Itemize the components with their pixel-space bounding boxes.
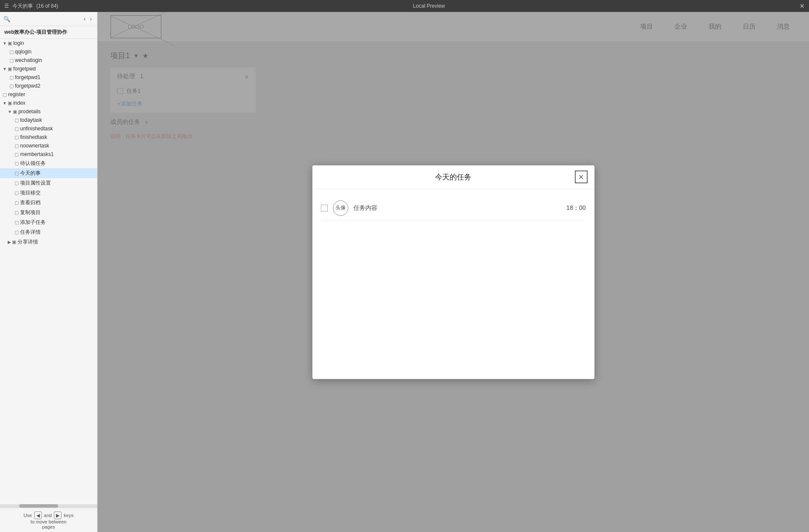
- sidebar-item-finishedtask[interactable]: ▢ finishedtask: [0, 133, 97, 141]
- page-icon: ▢: [9, 58, 14, 63]
- tree-arrow-index: ▼: [3, 101, 7, 106]
- modal-title: 今天的任务: [435, 172, 471, 182]
- sidebar-item-noownertask[interactable]: ▢ noownertask: [0, 141, 97, 150]
- folder-icon: ▣: [8, 100, 12, 106]
- folder-icon: ▣: [12, 239, 16, 245]
- sidebar-item-prodetails[interactable]: ▼ ▣ prodetails: [0, 107, 97, 116]
- modal-body: 头像 任务内容 18：00: [312, 189, 594, 379]
- sidebar-item-sharedetails[interactable]: ▶ ▣ 分享详情: [0, 237, 97, 247]
- sidebar-search-bar: 🔍 ‹ ›: [0, 12, 97, 26]
- sidebar-tree: ▼ ▣ login ▢ qqlogin ▢ wechatlogin ▼ ▣ fo…: [0, 39, 97, 504]
- sidebar-item-membertasks1[interactable]: ▢ membertasks1: [0, 150, 97, 159]
- local-preview-label: Local Preview: [413, 3, 445, 9]
- hint-move-label: to move between: [4, 519, 93, 524]
- sidebar-scrollbar[interactable]: [0, 504, 97, 508]
- tree-label: forgetpwd: [13, 66, 36, 72]
- main-layout: 🔍 ‹ › web效率办公-项目管理协作 ▼ ▣ login ▢ qqlogin…: [0, 12, 809, 532]
- tree-label: 待认领任务: [20, 160, 46, 167]
- hint-use-label: Use: [24, 513, 32, 518]
- nav-prev-button[interactable]: ‹: [82, 15, 88, 23]
- sidebar-item-register[interactable]: ▢ register: [0, 90, 97, 99]
- page-info: (16 of 84): [36, 3, 58, 9]
- page-icon: ▢: [9, 49, 14, 55]
- modal-overlay[interactable]: 今天的任务 ✕ 头像 任务内容 18：00: [97, 12, 809, 532]
- left-key-hint: ◀: [34, 511, 42, 519]
- modal-task-row: 头像 任务内容 18：00: [321, 196, 586, 220]
- page-icon: ▢: [3, 92, 7, 97]
- tree-label: 项目移交: [20, 189, 41, 197]
- sidebar-item-forgetpwd[interactable]: ▼ ▣ forgetpwd: [0, 65, 97, 73]
- sidebar-item-addsubtask[interactable]: ▢ 添加子任务: [0, 218, 97, 227]
- tree-label: prodetails: [18, 109, 41, 115]
- tree-label: todaytask: [20, 117, 42, 123]
- page-icon: ▢: [15, 220, 19, 225]
- sidebar-item-wechatlogin[interactable]: ▢ wechatlogin: [0, 56, 97, 65]
- top-bar: ☰ 今天的事 (16 of 84) Local Preview ✕: [0, 0, 809, 12]
- sidebar-scrollbar-thumb: [19, 504, 58, 508]
- sidebar-item-todaystuff[interactable]: ▢ 今天的事: [0, 168, 97, 178]
- close-x-icon: ✕: [578, 173, 584, 181]
- tree-label: membertasks1: [20, 151, 54, 157]
- page-icon: ▢: [9, 75, 14, 80]
- modal-task-checkbox[interactable]: [321, 205, 328, 212]
- tree-label: 任务详情: [20, 229, 41, 236]
- tree-label: forgetpwd1: [15, 74, 40, 80]
- sidebar-item-projtransfer[interactable]: ▢ 项目移交: [0, 188, 97, 198]
- search-icon: 🔍: [3, 16, 10, 22]
- sidebar-app-title: web效率办公-项目管理协作: [0, 26, 97, 39]
- modal-dialog: 今天的任务 ✕ 头像 任务内容 18：00: [312, 165, 594, 379]
- tree-label: 添加子任务: [20, 219, 46, 226]
- tree-label: forgetpwd2: [15, 83, 40, 89]
- modal-header: 今天的任务 ✕: [312, 165, 594, 189]
- tree-arrow-sharedetails: ▶: [8, 240, 11, 244]
- folder-icon: ▣: [8, 41, 12, 46]
- modal-task-content: 任务内容: [353, 204, 562, 212]
- content-area: LOGO 项目 企业 我的 日历 消息 项目1 ▼ ★: [97, 12, 809, 532]
- tree-arrow-forgetpwd: ▼: [3, 67, 7, 71]
- tree-label: register: [8, 91, 25, 97]
- preview-background: LOGO 项目 企业 我的 日历 消息 项目1 ▼ ★: [97, 12, 809, 532]
- sidebar-item-viewarchive[interactable]: ▢ 查看归档: [0, 198, 97, 208]
- page-icon: ▢: [15, 229, 19, 235]
- sidebar-item-qqlogin[interactable]: ▢ qqlogin: [0, 47, 97, 56]
- tree-label: unfinishedtask: [20, 126, 53, 132]
- keyboard-hint: Use ◀ and ▶ keys: [4, 511, 93, 519]
- sidebar-item-forgetpwd2[interactable]: ▢ forgetpwd2: [0, 82, 97, 90]
- page-icon: ▢: [15, 126, 19, 132]
- hint-keys-label: keys: [64, 513, 74, 518]
- sidebar-item-waitingtask[interactable]: ▢ 待认领任务: [0, 159, 97, 168]
- page-icon: ▢: [15, 190, 19, 196]
- menu-icon[interactable]: ☰: [4, 3, 9, 9]
- modal-task-time: 18：00: [566, 204, 585, 212]
- sidebar: 🔍 ‹ › web效率办公-项目管理协作 ▼ ▣ login ▢ qqlogin…: [0, 12, 97, 532]
- modal-close-button[interactable]: ✕: [575, 170, 588, 183]
- nav-next-button[interactable]: ›: [88, 15, 94, 23]
- tree-label: login: [13, 40, 24, 46]
- tree-label: noownertask: [20, 143, 49, 149]
- tree-arrow-login: ▼: [3, 41, 7, 46]
- hint-pages-label: pages: [4, 524, 93, 529]
- sidebar-nav-buttons: ‹ ›: [82, 15, 94, 23]
- page-icon: ▢: [15, 118, 19, 123]
- close-button[interactable]: ✕: [800, 3, 805, 9]
- tree-label: 项目属性设置: [20, 179, 51, 187]
- tree-label: wechatlogin: [15, 57, 42, 63]
- folder-icon: ▣: [13, 109, 17, 115]
- page-icon: ▢: [15, 200, 19, 206]
- sidebar-item-index[interactable]: ▼ ▣ index: [0, 99, 97, 107]
- sidebar-item-copyproject[interactable]: ▢ 复制项目: [0, 208, 97, 218]
- sidebar-item-todaytask[interactable]: ▢ todaytask: [0, 116, 97, 124]
- sidebar-item-forgetpwd1[interactable]: ▢ forgetpwd1: [0, 73, 97, 82]
- hint-and-label: and: [44, 513, 52, 518]
- page-icon: ▢: [15, 143, 19, 149]
- sidebar-item-projsettings[interactable]: ▢ 项目属性设置: [0, 178, 97, 188]
- sidebar-item-taskdetail[interactable]: ▢ 任务详情: [0, 227, 97, 237]
- right-key-hint: ▶: [54, 511, 62, 519]
- page-icon: ▢: [15, 152, 19, 157]
- search-input[interactable]: [13, 16, 79, 22]
- folder-icon: ▣: [8, 66, 12, 72]
- sidebar-item-login[interactable]: ▼ ▣ login: [0, 39, 97, 47]
- page-icon: ▢: [9, 83, 14, 89]
- sidebar-item-unfinishedtask[interactable]: ▢ unfinishedtask: [0, 124, 97, 133]
- tree-label: 今天的事: [20, 170, 41, 177]
